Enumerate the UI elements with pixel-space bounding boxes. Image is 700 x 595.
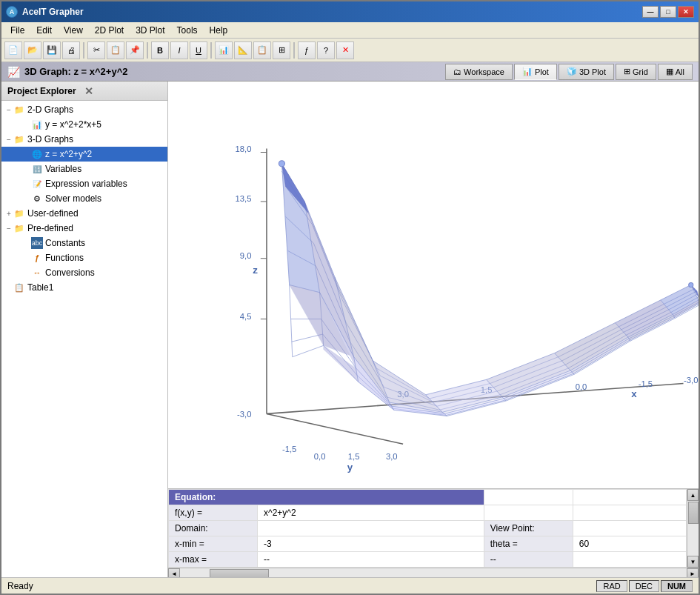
tree-item-variables[interactable]: 🔢 Variables	[1, 162, 167, 176]
table1-icon: 📋	[13, 282, 25, 293]
label-functions: Functions	[45, 253, 84, 263]
label-3d-func: z = x^2+y^2	[45, 149, 92, 159]
label-constants: Constants	[45, 238, 85, 248]
tree-item-constants[interactable]: abc Constants	[1, 236, 167, 250]
help-toolbar-button[interactable]: ?	[317, 41, 335, 59]
grid-button[interactable]: ⊞	[273, 41, 290, 59]
vars-icon: 🔢	[31, 163, 43, 175]
tree-item-table1[interactable]: 📋 Table1	[1, 280, 167, 295]
label-user-def: User-defined	[27, 208, 79, 219]
tab-workspace[interactable]: 🗂 Workspace	[445, 64, 513, 80]
svg-point-37	[689, 282, 693, 287]
h-scroll-left-button[interactable]: ◄	[168, 568, 180, 578]
separator-2	[147, 42, 148, 59]
expand-2d: −	[4, 106, 13, 114]
tree-item-3d-func[interactable]: 🌐 z = x^2+y^2	[1, 147, 167, 162]
print-button[interactable]: 🖨	[62, 41, 80, 59]
graph-title: 3D Graph: z = x^2+y^2	[24, 66, 445, 77]
expr-icon: 📝	[31, 178, 43, 190]
x-axis-name: x	[631, 388, 637, 399]
table-button[interactable]: 📋	[253, 41, 271, 59]
tree-item-functions[interactable]: ƒ Functions	[1, 250, 167, 265]
viewpoint-label: View Point:	[484, 521, 573, 536]
tree-item-2d-graphs[interactable]: − 📁 2-D Graphs	[1, 102, 167, 117]
z-axis-name: z	[253, 265, 258, 276]
folder-predef-icon: 📁	[13, 222, 25, 234]
extra-value	[573, 552, 686, 568]
new-button[interactable]: 📄	[4, 41, 22, 59]
x-label-neg3: -3,0	[684, 376, 698, 385]
scroll-thumb[interactable]	[688, 502, 699, 524]
equation-header: Equation:	[169, 490, 484, 505]
window-title: AceIT Grapher	[22, 7, 642, 17]
num-indicator: NUM	[661, 580, 693, 592]
tree-item-user-def[interactable]: + 📁 User-defined	[1, 206, 167, 221]
close-button[interactable]: ✕	[678, 6, 694, 18]
tree-item-2d-func[interactable]: 📊 y = x^2+2*x+5	[1, 117, 167, 132]
function-button[interactable]: ƒ	[298, 41, 316, 59]
tab-all[interactable]: ▦ All	[658, 64, 693, 80]
formula-button[interactable]: 📐	[234, 41, 252, 59]
scroll-up-button[interactable]: ▲	[687, 489, 699, 501]
minimize-button[interactable]: —	[642, 6, 659, 18]
menu-2dplot[interactable]: 2D Plot	[89, 24, 130, 37]
tab-grid[interactable]: ⊞ Grid	[616, 64, 656, 80]
italic-button[interactable]: I	[170, 41, 188, 59]
h-scroll-right-button[interactable]: ►	[687, 568, 699, 578]
label-2d-func: y = x^2+2*x+5	[45, 119, 101, 130]
tree-item-expr-vars[interactable]: 📝 Expression variables	[1, 176, 167, 191]
menu-help[interactable]: Help	[204, 24, 234, 37]
tree-item-conversions[interactable]: ↔ Conversions	[1, 265, 167, 280]
scroll-down-button[interactable]: ▼	[687, 556, 699, 568]
y-label-15: 1,5	[348, 452, 360, 461]
svg-point-36	[279, 161, 284, 167]
open-button[interactable]: 📂	[24, 41, 41, 59]
underline-button[interactable]: U	[190, 41, 207, 59]
tree-item-solver[interactable]: ⚙ Solver models	[1, 191, 167, 206]
x-label-neg15: -1,5	[639, 379, 653, 388]
info-panel: Equation: f(x,y) = x^2+y^2	[168, 488, 699, 577]
fxy-value2	[573, 505, 686, 521]
menu-edit[interactable]: Edit	[30, 24, 58, 37]
save-button[interactable]: 💾	[43, 41, 61, 59]
expand-user: +	[4, 210, 13, 218]
separator-1	[83, 42, 84, 59]
stop-button[interactable]: ✕	[336, 41, 354, 59]
tab-plot[interactable]: 📊 Plot	[514, 64, 557, 80]
grid-tab-icon: ⊞	[624, 67, 630, 76]
info-scroll-area: Equation: f(x,y) = x^2+y^2	[168, 489, 699, 568]
label-solver: Solver models	[45, 193, 101, 204]
project-explorer-label: Project Explorer	[7, 86, 84, 96]
menu-file[interactable]: File	[4, 24, 30, 37]
h-scroll-thumb[interactable]	[210, 569, 269, 578]
content-area: Project Explorer ✕ − 📁 2-D Graphs 📊 y = …	[1, 82, 699, 577]
tree-item-predef[interactable]: − 📁 Pre-defined	[1, 221, 167, 236]
cut-button[interactable]: ✂	[87, 41, 105, 59]
y-label-neg15: -1,5	[282, 445, 296, 453]
domain-label: Domain:	[169, 521, 258, 536]
paste-button[interactable]: 📌	[126, 41, 144, 59]
menu-3dplot[interactable]: 3D Plot	[130, 24, 170, 37]
x-label-0: 0,0	[576, 382, 587, 391]
tab-3dplot[interactable]: 🧊 3D Plot	[559, 64, 614, 80]
menu-view[interactable]: View	[58, 24, 89, 37]
app-icon: A	[6, 6, 18, 18]
chart-button[interactable]: 📊	[215, 41, 233, 59]
menu-tools[interactable]: Tools	[171, 24, 204, 37]
separator-4	[293, 42, 295, 59]
graph-tabs: 🗂 Workspace 📊 Plot 🧊 3D Plot ⊞ Grid ▦	[445, 64, 693, 80]
sidebar-close-button[interactable]: ✕	[84, 85, 161, 97]
xmin-label: x-min =	[169, 536, 258, 552]
z-label-neg3: -3,0	[237, 410, 251, 419]
copy-button[interactable]: 📋	[107, 41, 124, 59]
maximize-button[interactable]: □	[660, 6, 676, 18]
folder-3d-icon: 📁	[13, 133, 25, 145]
workspace-icon: 🗂	[453, 67, 461, 76]
label-conversions: Conversions	[45, 267, 95, 278]
bold-button[interactable]: B	[151, 41, 169, 59]
theta-label: theta =	[484, 536, 573, 552]
tree-item-3d-graphs[interactable]: − 📁 3-D Graphs	[1, 132, 167, 147]
equation-header-empty2	[573, 490, 686, 505]
tab-plot-label: Plot	[535, 67, 549, 76]
info-scrollbar: ▲ ▼	[687, 489, 699, 568]
